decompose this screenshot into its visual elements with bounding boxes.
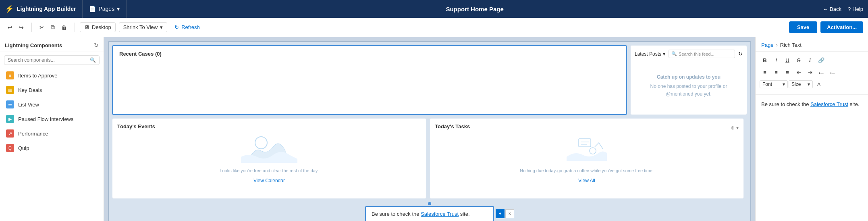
app-brand: ⚡ Lightning App Builder [5,0,83,18]
align-right-button[interactable]: ≡ [782,67,793,77]
events-empty-text: Looks like you're free and clear the res… [117,168,421,173]
activation-button[interactable]: Activation... [820,21,863,33]
social-search-box[interactable]: 🔍 Search this feed... [669,50,735,58]
latest-posts-chevron-icon: ▾ [663,51,665,57]
canvas-area[interactable]: Recent Cases (0) Latest Posts ▾ 🔍 Search… [104,37,755,221]
svg-point-4 [590,148,596,154]
tasks-icon-2[interactable]: ▾ [736,125,739,131]
right-panel-trust-link[interactable]: Salesforce Trust [810,101,848,107]
social-empty-message: Catch up on updates to you No one has po… [635,61,743,110]
todays-tasks-card[interactable]: Today's Tasks ⊕ ▾ [430,118,744,199]
sidebar-item-paused-flow[interactable]: ▶ Paused Flow Interviews [0,112,104,126]
sidebar-items-list: ≡ Items to Approve ▦ Key Deals ☰ List Vi… [0,68,104,221]
redo-button[interactable]: ↪ [16,22,27,33]
todays-tasks-title: Today's Tasks [435,123,470,129]
sidebar-item-label: Items to Approve [18,73,58,79]
delete-button[interactable]: 🗑 [58,22,70,33]
text-delete-button[interactable]: × [505,209,514,218]
link-button[interactable]: 🔗 [816,55,826,65]
align-left-button[interactable]: ≡ [760,67,770,77]
view-calendar-link[interactable]: View Calendar [117,178,421,183]
sidebar-item-performance[interactable]: ↗ Performance [0,126,104,141]
font-size-row: Font ▾ Size ▾ A [760,79,864,90]
events-tasks-row: Today's Events Looks like you're free an… [112,118,747,199]
indent-left-button[interactable]: ⇤ [793,67,804,77]
refresh-button[interactable]: ↻ Refresh [170,23,204,32]
sidebar-item-label: Key Deals [18,87,42,93]
tasks-empty-text: Nothing due today-go grab a coffee while… [435,168,739,173]
todays-events-title: Today's Events [117,123,421,129]
sidebar-item-label: Performance [18,131,48,137]
shrink-label: Shrink To View [123,24,158,30]
pages-chevron-icon: ▾ [117,6,120,12]
text-component-wrapper: Be sure to check the Salesforce Trust si… [365,202,494,221]
underline-button[interactable]: U [782,55,793,65]
text-component-row: Be sure to check the Salesforce Trust si… [112,202,747,221]
italic-button[interactable]: I [771,55,781,65]
alignment-buttons-row: ≡ ≡ ≡ ⇤ ⇥ ≔ ≔ [760,67,864,77]
text-component-controls: + × [496,209,514,218]
paused-flow-icon: ▶ [6,115,14,123]
search-input[interactable] [8,57,90,63]
top-navigation: ⚡ Lightning App Builder 📄 Pages ▾ Suppor… [0,0,868,18]
text-component[interactable]: Be sure to check the Salesforce Trust si… [365,206,494,221]
align-center-button[interactable]: ≡ [771,67,781,77]
social-refresh-icon[interactable]: ↻ [738,51,743,57]
list-unordered-button[interactable]: ≔ [816,67,826,77]
quip-icon: Q [6,144,14,152]
recent-cases-card[interactable]: Recent Cases (0) [112,45,627,115]
font-chevron-icon: ▾ [783,81,785,87]
sidebar-item-list-view[interactable]: ☰ List View [0,97,104,112]
sidebar-refresh-button[interactable]: ↻ [94,42,99,48]
canvas-frame: Recent Cases (0) Latest Posts ▾ 🔍 Search… [108,41,751,221]
bold-button[interactable]: B [760,55,770,65]
view-all-link[interactable]: View All [435,178,739,183]
font-color-button[interactable]: A [814,79,824,90]
size-dropdown[interactable]: Size ▾ [789,80,813,88]
rich-text-toolbar: B I U S I 🔗 ≡ ≡ ≡ ⇤ ⇥ ≔ ≔ Font ▾ [756,52,868,95]
device-selector[interactable]: 🖥 Desktop [80,22,116,32]
edit-group: ✂ ⧉ 🗑 [37,22,70,33]
tasks-icon-1[interactable]: ⊕ [731,125,735,131]
list-view-icon: ☰ [6,100,14,108]
text-add-button[interactable]: + [496,209,505,218]
shrink-to-view-button[interactable]: Shrink To View ▾ [119,22,168,32]
lightning-icon: ⚡ [5,4,14,13]
strikethrough-button[interactable]: S [793,55,804,65]
social-feed-card: Latest Posts ▾ 🔍 Search this feed... ↻ C… [630,45,747,115]
toolbar-divider-1 [31,23,32,32]
font-dropdown[interactable]: Font ▾ [760,80,788,88]
right-panel: Page › Rich Text B I U S I 🔗 ≡ ≡ ≡ ⇤ ⇥ ≔ [755,37,868,221]
items-to-approve-icon: ≡ [6,71,14,79]
size-chevron-icon: ▾ [808,81,810,87]
todays-events-card[interactable]: Today's Events Looks like you're free an… [112,118,426,199]
format-buttons-row: B I U S I 🔗 [760,55,864,65]
indent-right-button[interactable]: ⇥ [805,67,815,77]
desktop-icon: 🖥 [84,24,89,30]
cut-button[interactable]: ✂ [37,22,47,33]
save-button[interactable]: Save [789,21,817,33]
history-group: ↩ ↪ [5,22,27,33]
breadcrumb-page[interactable]: Page [761,42,773,48]
page-title: Support Home Page [127,6,823,13]
help-button[interactable]: ? Help [848,6,863,12]
text-component-center: Be sure to check the Salesforce Trust si… [112,202,747,221]
undo-button[interactable]: ↩ [5,22,15,33]
recent-cases-title: Recent Cases (0) [119,51,620,57]
sidebar-item-key-deals[interactable]: ▦ Key Deals [0,83,104,97]
pages-menu[interactable]: 📄 Pages ▾ [83,0,127,18]
search-box[interactable]: 🔍 [4,55,100,65]
copy-button[interactable]: ⧉ [48,22,58,33]
list-ordered-button[interactable]: ≔ [827,67,838,77]
sidebar-header: Lightning Components ↻ [0,37,104,52]
sidebar-item-label: Quip [18,145,29,151]
salesforce-trust-link[interactable]: Salesforce Trust [421,211,459,217]
sidebar-item-label: List View [18,102,39,108]
tasks-icon-group: ⊕ ▾ [731,125,739,131]
sidebar-item-quip[interactable]: Q Quip [0,141,104,155]
back-button[interactable]: ← Back [823,6,841,12]
tasks-illustration [435,133,739,165]
italic-alt-button[interactable]: I [805,55,815,65]
sidebar-item-items-to-approve[interactable]: ≡ Items to Approve [0,68,104,83]
sidebar-item-label: Paused Flow Interviews [18,116,73,122]
